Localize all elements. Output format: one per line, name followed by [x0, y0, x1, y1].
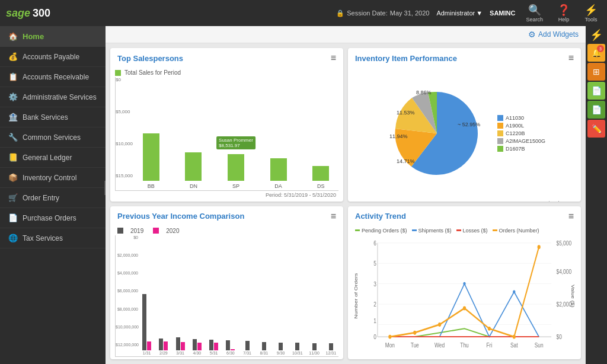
income-comparison-header: Previous Year Income Comparison ≡	[110, 206, 343, 224]
pie-legend-color-a11030	[497, 115, 503, 121]
sidebar-label-common-services: Common Services	[23, 133, 81, 142]
line-orders-number	[390, 247, 539, 336]
svg-text:0: 0	[373, 333, 376, 340]
add-widgets-button[interactable]: ⚙ Add Widgets	[528, 30, 579, 39]
general-ledger-icon: 📒	[8, 153, 18, 162]
sidebar-item-accounts-payable[interactable]: 💰 Accounts Payable	[0, 47, 106, 67]
sidebar-item-accounts-receivable[interactable]: 📋 Accounts Receivable	[0, 67, 106, 87]
bar-2020-apr	[197, 343, 202, 350]
bars-row-jul	[245, 341, 250, 350]
admin-dropdown[interactable]: Administrator ▼	[436, 9, 483, 17]
point-orders-thu	[463, 306, 466, 310]
logo-sage: sage	[6, 7, 30, 20]
pie-legend-label-a2image: A2IMAGE1500G	[506, 138, 545, 144]
bar-2020-jun	[231, 349, 235, 350]
legend-dot-orders-number	[493, 229, 497, 231]
file-darkgreen-icon-button[interactable]: 📄	[587, 101, 605, 119]
admin-label: Administrator	[436, 9, 475, 17]
sidebar-label-general-ledger: General Ledger	[23, 154, 72, 162]
activity-trend-title: Activity Trend	[355, 212, 406, 221]
sidebar-item-administrative-services[interactable]: ⚙️ Administrative Services	[0, 87, 106, 107]
bar-group-da: DA	[261, 158, 296, 189]
sidebar-item-home[interactable]: 🏠 Home	[0, 26, 106, 47]
tools-button[interactable]: ⚡ Tools	[581, 2, 601, 24]
file-green-icon-button[interactable]: 📄	[587, 82, 605, 100]
income-comparison-menu-icon[interactable]: ≡	[331, 211, 336, 222]
activity-trend-header: Activity Trend ≡	[348, 206, 581, 224]
bank-services-icon: 🏦	[8, 113, 18, 122]
grid-icon-button[interactable]: ⊞	[587, 63, 605, 81]
legend-dot-losses	[456, 229, 461, 231]
sidebar-label-accounts-payable: Accounts Payable	[23, 53, 79, 61]
search-label: Search	[526, 17, 543, 23]
sidebar-item-purchase-orders[interactable]: 📄 Purchase Orders	[0, 208, 106, 228]
home-icon: 🏠	[8, 32, 18, 41]
sidebar-home-label: Home	[23, 32, 44, 41]
activity-svg: 0 1 2 3 5 6 Number of Orders $0 $2,000	[353, 235, 576, 357]
sidebar-item-general-ledger[interactable]: 📒 General Ledger	[0, 148, 106, 168]
bars-row-sep	[279, 343, 283, 350]
income-month-sep: 9/30	[273, 343, 288, 355]
legend-label-orders-number: Orders (Number)	[499, 228, 539, 234]
point-ship-sat	[513, 290, 515, 293]
legend-orders-number: Orders (Number)	[493, 228, 539, 234]
sidebar-item-tax-services[interactable]: 🌐 Tax Services	[0, 228, 106, 248]
legend-square-2020	[153, 228, 159, 234]
sidebar-collapse-button[interactable]: ⊣	[104, 181, 106, 195]
month-label-oct: 10/31	[292, 351, 303, 355]
sidebar-item-bank-services[interactable]: 🏦 Bank Services	[0, 107, 106, 127]
add-widgets-label: Add Widgets	[538, 30, 579, 39]
edit-icon-button[interactable]: ✏️	[587, 120, 605, 138]
top-salespersons-menu-icon[interactable]: ≡	[331, 53, 336, 63]
inventory-control-icon: 📦	[8, 173, 18, 182]
inventory-performance-menu-icon[interactable]: ≡	[568, 53, 574, 63]
bar-bb	[143, 133, 159, 181]
bar-2020-may	[214, 343, 218, 350]
income-y-labels: $12,000,000 $10,000,000 $8,000,000 $6,00…	[116, 235, 138, 347]
bar-2019-sep	[279, 343, 283, 350]
month-label-jan: 1/31	[143, 351, 151, 355]
activity-legend: Pending Orders ($) Shipments ($) Losses …	[353, 226, 576, 235]
activity-trend-menu-icon[interactable]: ≡	[568, 211, 574, 222]
legend-label: Total Sales for Period	[124, 69, 181, 76]
search-icon: 🔍	[528, 4, 541, 17]
sidebar-item-common-services[interactable]: 🔧 Common Services	[0, 127, 106, 148]
bar-2019-may	[209, 340, 213, 350]
sidebar-item-order-entry[interactable]: 🛒 Order Entry	[0, 188, 106, 208]
bar-da	[270, 158, 287, 181]
inventory-performance-header: Inventory Item Performance ≡	[348, 48, 581, 66]
search-button[interactable]: 🔍 Search	[522, 2, 547, 24]
activity-svg-container: 0 1 2 3 5 6 Number of Orders $0 $2,000	[353, 235, 576, 357]
svg-text:Mon: Mon	[385, 341, 395, 348]
sidebar-label-bank-services: Bank Services	[23, 113, 68, 122]
main-content: ⚙ Add Widgets Top Salespersons ≡ Total S…	[106, 26, 586, 364]
bar-2019-jul	[245, 341, 250, 350]
pie-chart-svg: ~ 52.95% 14.71% 11.94% 11.53% 8.86%	[384, 86, 490, 181]
income-comparison-widget: Previous Year Income Comparison ≡ 2019 2…	[110, 206, 343, 360]
pie-label-14: 14.71%	[397, 158, 415, 164]
pie-legend-item-d1607b: D1607B	[497, 146, 545, 152]
inventory-performance-body: ~ 52.95% 14.71% 11.94% 11.53% 8.86% A110…	[348, 66, 581, 202]
bar-group-bb: BB	[133, 133, 169, 189]
pie-label-8: 8.86%	[416, 90, 432, 95]
activity-trend-body: Pending Orders ($) Shipments ($) Losses …	[348, 224, 581, 360]
help-button[interactable]: ❓ Help	[554, 2, 574, 24]
sidebar-item-inventory-control[interactable]: 📦 Inventory Control	[0, 168, 106, 188]
main-toolbar: ⚙ Add Widgets	[106, 26, 586, 43]
bar-2019-feb	[159, 339, 163, 350]
lightning-icon[interactable]: ⚡	[590, 28, 603, 41]
y-axis-labels: $15,000 $10,000 $5,000 $0	[116, 77, 133, 178]
tooltip-name: Susan Prommer	[219, 138, 253, 143]
tools-icon: ⚡	[584, 4, 598, 17]
income-month-mar: 3/31	[173, 337, 188, 355]
lock-icon: 🔒	[336, 9, 344, 17]
notifications-icon-button[interactable]: 🔔 3	[587, 44, 605, 62]
pie-legend-item-a1900l: A1900L	[497, 123, 545, 129]
legend-color-box	[115, 70, 121, 76]
sidebar: 🏠 Home 💰 Accounts Payable 📋 Accounts Rec…	[0, 26, 106, 364]
svg-text:$0: $0	[556, 333, 562, 340]
bar-2019-dec	[329, 343, 333, 350]
bar-group-dn: DN	[176, 152, 212, 189]
svg-text:2: 2	[373, 301, 376, 308]
income-month-feb: 2/29	[156, 339, 171, 355]
